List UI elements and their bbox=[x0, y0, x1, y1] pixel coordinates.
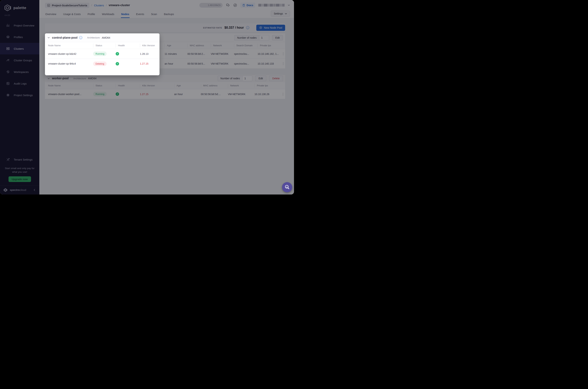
main-area: Project-ScaleSecureTutoria / Clusters / … bbox=[39, 0, 294, 194]
number-of-nodes-control: Number of nodes bbox=[218, 76, 252, 81]
tab-profile[interactable]: Profile bbox=[87, 11, 95, 18]
pool-name: control-plane-pool bbox=[52, 36, 77, 39]
sidebar: palette 4.4.20 Project Overview Profiles bbox=[0, 0, 39, 194]
resource-center-button[interactable] bbox=[282, 182, 292, 192]
spectro-cloud-logo bbox=[3, 188, 8, 192]
cluster-tabs: Overview Usage & Costs Profile Workloads… bbox=[45, 11, 174, 18]
app-window: palette 4.4.20 Project Overview Profiles bbox=[0, 0, 294, 194]
sidebar-collapse-button[interactable] bbox=[33, 189, 36, 191]
breadcrumb-current: vmware-cluster bbox=[109, 4, 130, 7]
pool-name: worker-pool bbox=[52, 77, 69, 80]
collapse-pool-chevron-icon[interactable] bbox=[48, 77, 50, 80]
pool-info-icon[interactable]: i bbox=[79, 36, 82, 39]
tab-usage-costs[interactable]: Usage & Costs bbox=[63, 11, 81, 18]
status-badge: Deleting bbox=[93, 62, 107, 66]
row-actions-menu[interactable]: ⋮ bbox=[281, 62, 285, 65]
topbar-actions: 1.49/100kCh Docs bbox=[199, 2, 290, 8]
health-ok-icon: ✓ bbox=[116, 62, 119, 65]
health-ok-icon: ✓ bbox=[116, 52, 119, 56]
plus-circle-icon bbox=[259, 26, 262, 29]
user-menu-chevron-icon[interactable] bbox=[288, 4, 290, 6]
sidebar-item-label: Clusters bbox=[14, 47, 24, 50]
sidebar-item-label: Cluster Groups bbox=[14, 59, 32, 62]
pool-architecture: AMD64 bbox=[102, 36, 110, 39]
app-name: palette bbox=[13, 6, 26, 10]
worker-pool-section: worker-pool Architecture: AMD64 Number o… bbox=[45, 75, 285, 99]
table-row: vmware-cluster-cp-9rkc4 Deleting ✓ 1.27.… bbox=[45, 59, 160, 68]
table-header: Node Name Status Health K8s Version Age bbox=[45, 42, 160, 49]
chat-icon[interactable] bbox=[226, 3, 230, 7]
sidebar-bottom: Tenant Settings Start small and only pay… bbox=[0, 155, 39, 195]
sidebar-item-label: Project Settings bbox=[14, 94, 33, 97]
table-header: Node Name Status Health K8s Version Age … bbox=[45, 82, 285, 89]
chart-icon bbox=[6, 24, 10, 27]
tab-workloads[interactable]: Workloads bbox=[102, 11, 114, 18]
tab-events[interactable]: Events bbox=[136, 11, 144, 18]
node-name: vmware-cluster-cp-9rkc4 bbox=[48, 62, 93, 65]
project-selector[interactable]: Project-ScaleSecureTutoria bbox=[45, 3, 89, 8]
tab-backups[interactable]: Backups bbox=[164, 11, 174, 18]
control-plane-pool-header: control-plane-pool i Architecture: AMD64 bbox=[45, 33, 160, 42]
number-of-nodes-control: Number of nodes bbox=[234, 35, 269, 40]
audit-logs-icon bbox=[6, 82, 10, 85]
sidebar-item-label: Audit Logs bbox=[14, 82, 27, 85]
credits-meter[interactable]: 1.49/100kCh bbox=[199, 3, 223, 8]
settings-button[interactable]: Settings bbox=[271, 10, 290, 17]
top-bar: Project-ScaleSecureTutoria / Clusters / … bbox=[39, 0, 294, 18]
edit-pool-button[interactable]: Edit bbox=[255, 76, 266, 81]
sidebar-item-project-overview[interactable]: Project Overview bbox=[0, 20, 39, 31]
logo: palette bbox=[0, 0, 39, 11]
nodes-count-input[interactable] bbox=[259, 35, 269, 40]
sidebar-item-profiles[interactable]: Profiles bbox=[0, 31, 39, 43]
row-actions-menu[interactable]: ⋮ bbox=[281, 52, 285, 56]
tour-spotlight-control-plane-pool: control-plane-pool i Architecture: AMD64… bbox=[45, 33, 160, 75]
sidebar-nav: Project Overview Profiles Clusters bbox=[0, 20, 39, 101]
layers-icon bbox=[6, 35, 10, 39]
search-smile-icon bbox=[284, 184, 290, 190]
node-name: vmware-cluster-cp-kdz42 bbox=[48, 52, 93, 55]
sidebar-item-label: Profiles bbox=[14, 35, 23, 39]
book-icon bbox=[242, 4, 245, 7]
sidebar-item-label: Project Overview bbox=[14, 24, 34, 27]
app-version: 4.4.20 bbox=[0, 11, 39, 16]
sidebar-item-tenant-settings[interactable]: Tenant Settings bbox=[0, 155, 39, 165]
sidebar-item-label: Workspaces bbox=[14, 70, 29, 73]
sidebar-item-clusters[interactable]: Clusters bbox=[0, 43, 39, 54]
brand-name: spectro bbox=[10, 188, 20, 192]
pool-architecture: AMD64 bbox=[88, 77, 97, 80]
project-name: Project-ScaleSecureTutoria bbox=[52, 4, 87, 7]
sidebar-item-project-settings[interactable]: Project Settings bbox=[0, 89, 39, 101]
node-name: vmware-cluster-worker-pool... bbox=[48, 93, 93, 96]
delete-pool-button[interactable]: Delete bbox=[269, 76, 283, 81]
row-actions-menu[interactable]: ⋮ bbox=[281, 92, 285, 96]
nodes-count-input[interactable] bbox=[243, 76, 252, 81]
tools-icon bbox=[6, 158, 10, 162]
gear-icon bbox=[6, 93, 10, 97]
sidebar-item-label: Tenant Settings bbox=[14, 158, 32, 161]
upgrade-now-button[interactable]: Upgrade now bbox=[8, 176, 31, 182]
sidebar-item-cluster-groups[interactable]: Cluster Groups bbox=[0, 54, 39, 66]
sidebar-item-audit-logs[interactable]: Audit Logs bbox=[0, 78, 39, 89]
tab-overview[interactable]: Overview bbox=[45, 11, 56, 18]
status-badge: Running bbox=[93, 92, 107, 96]
sidebar-item-workspaces[interactable]: Workspaces bbox=[0, 66, 39, 78]
new-node-pool-button[interactable]: New Node Pool bbox=[256, 25, 285, 31]
estimated-rate-label: ESTIMATED RATE bbox=[203, 27, 222, 29]
table-row: vmware-cluster-cp-kdz42 Running ✓ 1.28.1… bbox=[45, 49, 160, 59]
collapse-pool-chevron-icon[interactable] bbox=[48, 36, 50, 39]
compass-icon[interactable] bbox=[233, 3, 237, 7]
chevron-down-icon bbox=[285, 12, 287, 15]
rate-info-icon[interactable]: i bbox=[246, 26, 249, 29]
health-ok-icon: ✓ bbox=[116, 92, 119, 96]
tab-nodes[interactable]: Nodes bbox=[121, 11, 130, 18]
estimated-rate-bar: ESTIMATED RATE $0.337 / hour i New Node … bbox=[45, 23, 285, 32]
clusters-icon bbox=[6, 47, 10, 50]
tab-scan[interactable]: Scan bbox=[151, 11, 157, 18]
docs-link[interactable]: Docs bbox=[240, 2, 255, 8]
edit-pool-button[interactable]: Edit bbox=[272, 35, 283, 40]
table-row: vmware-cluster-worker-pool... Running ✓ … bbox=[45, 89, 285, 99]
status-badge: Running bbox=[93, 52, 107, 56]
breadcrumb-clusters-link[interactable]: Clusters bbox=[94, 4, 104, 7]
upgrade-promo-text: Start small and only pay for what you us… bbox=[0, 166, 39, 174]
user-menu[interactable] bbox=[258, 4, 284, 6]
